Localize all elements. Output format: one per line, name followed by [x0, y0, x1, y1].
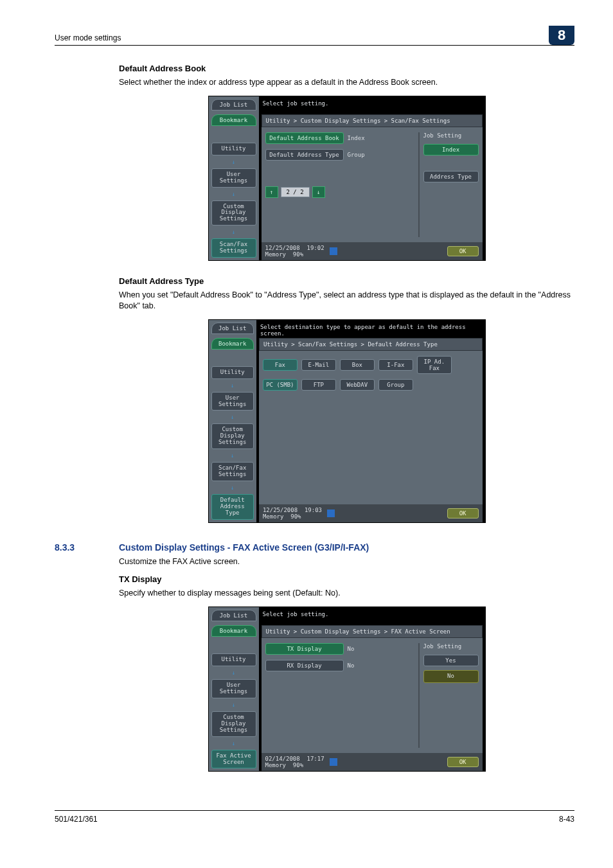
body-text: Specify whether to display messages bein… [119, 588, 574, 599]
nav-utility[interactable]: Utility [211, 366, 254, 379]
setting-value: No [348, 646, 355, 652]
section-number: 8.3.3 [55, 542, 119, 553]
nav-scan-fax-settings[interactable]: Scan/Fax Settings [211, 462, 254, 481]
status-icon [330, 758, 337, 766]
arrow-down-icon: ↓ [211, 159, 256, 164]
nav-custom-display[interactable]: Custom Display Settings [211, 200, 256, 226]
footer-model: 501/421/361 [55, 815, 98, 824]
body-text: Select whether the index or address type… [119, 77, 574, 88]
screenshot-fax-active-screen: Job List Bookmark Utility ↓ User Setting… [208, 607, 486, 772]
setting-tx-display[interactable]: TX Display [265, 643, 344, 655]
nav-custom-display[interactable]: Custom Display Settings [211, 423, 254, 449]
nav-utility[interactable]: Utility [211, 653, 256, 666]
breadcrumb: Utility > Custom Display Settings > FAX … [262, 625, 483, 638]
status-bar: 12/25/2008 19:03Memory 90% [263, 507, 335, 520]
setting-value: Group [348, 152, 365, 158]
chip-box[interactable]: Box [340, 359, 375, 371]
screenshot-default-address-type: Job List Bookmark Utility ↓ User Setting… [208, 319, 486, 523]
running-header: User mode settings [55, 33, 121, 42]
arrow-down-icon: ↓ [211, 229, 256, 235]
chip-webdav[interactable]: WebDAV [340, 379, 375, 391]
chip-ftp[interactable]: FTP [301, 379, 336, 391]
status-bar: 02/14/2008 17:17Memory 90% [265, 756, 337, 768]
status-icon [330, 247, 337, 255]
arrow-down-icon: ↓ [211, 702, 256, 707]
nav-custom-display[interactable]: Custom Display Settings [211, 711, 256, 737]
heading-default-address-type: Default Address Type [119, 276, 574, 286]
nav-fax-active-screen[interactable]: Fax Active Screen [211, 750, 256, 769]
side-label: Job Setting [423, 643, 479, 650]
ok-button[interactable]: OK [447, 757, 479, 767]
chip-ifax[interactable]: I-Fax [378, 359, 413, 371]
breadcrumb: Utility > Custom Display Settings > Scan… [262, 114, 483, 127]
heading-tx-display: TX Display [119, 574, 574, 584]
nav-utility[interactable]: Utility [211, 143, 256, 155]
footer-page-number: 8-43 [559, 815, 574, 824]
nav-scan-fax-settings[interactable]: Scan/Fax Settings [211, 238, 256, 258]
option-index[interactable]: Index [423, 144, 479, 155]
setting-rx-display[interactable]: RX Display [265, 660, 344, 671]
screenshot-default-address-book: Job List Bookmark Utility ↓ User Setting… [208, 96, 486, 261]
nav-user-settings[interactable]: User Settings [211, 392, 254, 411]
instruction-text: Select job setting. [259, 607, 485, 625]
body-text: When you set "Default Address Book" to "… [119, 290, 574, 312]
status-icon [327, 509, 335, 517]
chip-pc-smb[interactable]: PC (SMB) [263, 379, 298, 391]
tab-bookmark[interactable]: Bookmark [211, 625, 256, 637]
ok-button[interactable]: OK [447, 246, 479, 256]
breadcrumb: Utility > Scan/Fax Settings > Default Ad… [259, 338, 483, 351]
tab-job-list[interactable]: Job List [211, 99, 256, 111]
chip-ip-ad-fax[interactable]: IP Ad. Fax [417, 356, 452, 374]
setting-default-address-type[interactable]: Default Address Type [265, 149, 344, 161]
nav-user-settings[interactable]: User Settings [211, 168, 256, 188]
setting-value: No [348, 662, 355, 669]
option-address-type[interactable]: Address Type [423, 171, 479, 182]
tab-job-list[interactable]: Job List [211, 323, 254, 334]
chapter-badge: 8 [549, 26, 574, 45]
instruction-text: Select destination type to appear as def… [256, 320, 485, 338]
page-down-button[interactable]: ↓ [312, 186, 325, 198]
chip-fax[interactable]: Fax [263, 359, 298, 371]
setting-value: Index [348, 135, 365, 141]
side-label: Job Setting [423, 132, 479, 139]
page-up-button[interactable]: ↑ [265, 186, 278, 198]
nav-user-settings[interactable]: User Settings [211, 679, 256, 698]
option-yes[interactable]: Yes [423, 655, 479, 666]
tab-job-list[interactable]: Job List [211, 610, 256, 621]
arrow-down-icon: ↓ [211, 191, 256, 197]
setting-default-address-book[interactable]: Default Address Book [265, 132, 344, 144]
instruction-text: Select job setting. [259, 96, 485, 114]
section-heading: Custom Display Settings - FAX Active Scr… [119, 542, 369, 553]
arrow-down-icon: ↓ [211, 741, 256, 746]
page-indicator: 2 / 2 [281, 187, 310, 197]
tab-bookmark[interactable]: Bookmark [211, 114, 256, 126]
arrow-down-icon: ↓ [211, 414, 254, 420]
arrow-down-icon: ↓ [211, 453, 254, 458]
option-no[interactable]: No [423, 670, 479, 683]
tab-bookmark[interactable]: Bookmark [211, 338, 254, 350]
heading-default-address-book: Default Address Book [119, 64, 574, 73]
chip-email[interactable]: E-Mail [301, 359, 336, 371]
nav-default-address-type[interactable]: Default Address Type [211, 494, 254, 520]
chip-group[interactable]: Group [378, 379, 413, 391]
arrow-down-icon: ↓ [211, 670, 256, 675]
arrow-down-icon: ↓ [211, 383, 254, 388]
body-text: Customize the FAX Active screen. [119, 556, 574, 567]
status-bar: 12/25/2008 19:02Memory 90% [265, 245, 337, 258]
arrow-down-icon: ↓ [211, 485, 254, 490]
ok-button[interactable]: OK [447, 508, 479, 518]
